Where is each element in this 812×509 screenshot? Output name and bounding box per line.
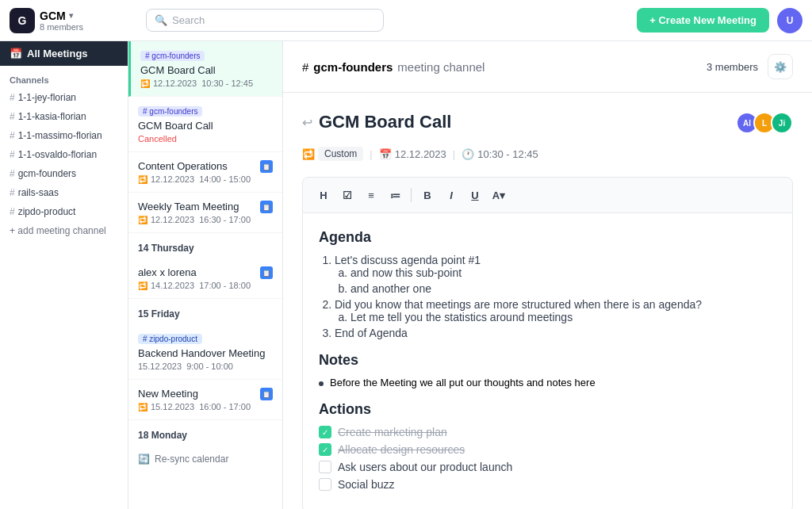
clock-icon: 🕐 [462, 148, 474, 160]
channel-header: # gcm-founders meeting channel 3 members… [283, 41, 812, 93]
channels-section-title: Channels [0, 66, 128, 88]
meeting-meta-row: 🔁 Custom | 📅 12.12.2023 | 🕐 10:30 - 12:4… [302, 147, 793, 161]
meeting-channel-tag: # gcm-founders [138, 106, 202, 117]
list-item: and another one [350, 282, 776, 295]
calendar-icon: 📋 [260, 201, 273, 213]
create-meeting-button[interactable]: + Create New Meeting [637, 8, 769, 33]
sub-list: and now this sub-point and another one [335, 266, 776, 295]
channel-title-area: # gcm-founders meeting channel [302, 60, 485, 74]
all-meetings-nav[interactable]: 📅 All Meetings [0, 41, 128, 66]
repeat-icon: 🔁 [138, 281, 147, 290]
date-header-friday: 15 Friday [128, 299, 282, 324]
calendar-icon: 📋 [260, 388, 273, 400]
app-name[interactable]: GCM ▾ [40, 10, 83, 22]
repeat-icon: 🔁 [138, 216, 147, 224]
user-avatar[interactable]: U [777, 8, 802, 33]
toolbar-underline-button[interactable]: U [464, 184, 486, 206]
meeting-card-new-meeting[interactable]: New Meeting 🔁 15.12.2023 16:00 - 17:00 📋 [128, 380, 282, 420]
hash-icon: # [10, 187, 15, 198]
reply-icon: ↩ [302, 115, 312, 130]
calendar-icon: 📋 [260, 266, 273, 279]
action-checkbox-unchecked[interactable] [319, 478, 331, 491]
channel-subtitle: meeting channel [397, 60, 485, 74]
toolbar-ordered-list-button[interactable]: ≔ [384, 184, 406, 206]
bullet-dot [319, 381, 324, 386]
hash-icon: # [10, 111, 15, 122]
action-item: ✓ Allocate design resources [319, 443, 776, 456]
cancelled-badge: Cancelled [138, 134, 273, 144]
meeting-card-gcm-board-call-active[interactable]: # gcm-founders GCM Board Call 🔁 12.12.20… [128, 41, 282, 97]
meeting-title: GCM Board Call [319, 112, 451, 132]
meeting-detail: ↩ GCM Board Call Al L Ji 🔁 Custom | 📅 12… [283, 93, 812, 509]
action-item: ✓ Create marketing plan [319, 426, 776, 438]
main-area: 📅 All Meetings Channels #1-1-jey-florian… [0, 41, 812, 509]
settings-button[interactable]: ⚙️ [768, 54, 793, 79]
meeting-card-backend-handover[interactable]: # zipdo-product Backend Handover Meeting… [128, 324, 282, 380]
meeting-card-weekly-team[interactable]: Weekly Team Meeting 🔁 12.12.2023 16:30 -… [128, 193, 282, 233]
toolbar-color-button[interactable]: A ▾ [488, 184, 510, 206]
list-item: Let me tell you the statistics around me… [350, 311, 776, 323]
repeat-icon: 🔁 [140, 79, 150, 88]
channel-name: gcm-founders [313, 60, 393, 74]
logo-text: GCM ▾ 8 members [40, 10, 83, 32]
search-input[interactable] [172, 14, 375, 26]
action-checkbox-checked[interactable]: ✓ [319, 443, 331, 456]
meeting-card-gcm-board-call-cancelled[interactable]: # gcm-founders GCM Board Call Cancelled [128, 97, 282, 152]
meeting-card-title: GCM Board Call [140, 64, 273, 76]
meta-date: 📅 12.12.2023 [379, 148, 446, 160]
channel-header-right: 3 members ⚙️ [707, 54, 793, 79]
toolbar-bold-button[interactable]: B [416, 184, 439, 206]
sidebar-item-1-1-osvaldo-florian[interactable]: #1-1-osvaldo-florian [0, 145, 128, 164]
meta-divider: | [370, 148, 372, 160]
meeting-card-meta: 🔁 12.12.2023 14:00 - 15:00 [138, 174, 251, 184]
repeat-icon: 🔁 [138, 403, 147, 411]
topbar-right: + Create New Meeting U [637, 8, 802, 33]
meeting-card-content-operations[interactable]: Content Operations 🔁 12.12.2023 14:00 - … [128, 152, 282, 193]
toolbar-list-button[interactable]: ≡ [360, 184, 382, 206]
topbar: G GCM ▾ 8 members 🔍 + Create New Meeting… [0, 0, 812, 41]
toolbar-checkbox-button[interactable]: ☑ [336, 184, 358, 206]
action-item: Social buzz [319, 478, 776, 491]
meeting-card-title: alex x lorena [138, 266, 251, 278]
date-header-monday: 18 Monday [128, 420, 282, 446]
editor-toolbar: H ☑ ≡ ≔ B I U A ▾ [302, 177, 793, 213]
editor-content[interactable]: Agenda Let's discuss agenda point #1 and… [302, 213, 793, 509]
calendar-icon: 📋 [260, 160, 273, 173]
toolbar-heading-button[interactable]: H [312, 184, 335, 206]
calendar-icon: 📅 [10, 48, 22, 59]
action-checkbox-checked[interactable]: ✓ [319, 426, 331, 438]
sidebar-item-rails-saas[interactable]: #rails-saas [0, 183, 128, 202]
agenda-list: Let's discuss agenda point #1 and now th… [319, 254, 776, 339]
list-item: Did you know that meetings are more stru… [335, 298, 776, 323]
editor-area: H ☑ ≡ ≔ B I U A ▾ Agenda Let's discuss a… [302, 177, 793, 509]
action-item: Ask users about our product launch [319, 461, 776, 473]
chevron-down-icon: ▾ [69, 11, 73, 20]
sidebar-item-zipdo-product[interactable]: #zipdo-product [0, 202, 128, 221]
hash-icon: # [10, 149, 15, 160]
meeting-channel-tag: # gcm-founders [140, 51, 205, 61]
meeting-card-meta: 🔁 12.12.2023 10:30 - 12:45 [140, 78, 273, 88]
resync-icon: 🔄 [138, 454, 150, 465]
add-channel-button[interactable]: + add meeting channel [0, 221, 128, 240]
meta-recurrence: 🔁 Custom [302, 147, 363, 161]
resync-calendar-button[interactable]: 🔄 Re-sync calendar [128, 446, 282, 473]
members-count: 3 members [707, 61, 758, 73]
sidebar-item-1-1-massimo-florian[interactable]: #1-1-massimo-florian [0, 126, 128, 145]
list-item: Let's discuss agenda point #1 and now th… [335, 254, 776, 295]
meeting-card-meta: 🔁 12.12.2023 16:30 - 17:00 [138, 215, 251, 224]
meeting-card-alex-lorena[interactable]: alex x lorena 🔁 14.12.2023 17:00 - 18:00… [128, 258, 282, 299]
search-bar[interactable]: 🔍 [146, 9, 384, 32]
sidebar-item-gcm-founders[interactable]: #gcm-founders [0, 164, 128, 183]
notes-item: Before the Meeting we all put our though… [319, 377, 776, 388]
action-checkbox-unchecked[interactable] [319, 461, 331, 473]
list-item: End of Agenda [335, 327, 776, 339]
hash-icon: # [10, 92, 15, 103]
meeting-card-title: New Meeting [138, 388, 251, 400]
sidebar-item-1-1-kasia-florian[interactable]: #1-1-kasia-florian [0, 107, 128, 126]
meeting-card-meta: 🔁 15.12.2023 16:00 - 17:00 [138, 402, 251, 411]
repeat-icon: 🔁 [138, 175, 147, 184]
sub-list: Let me tell you the statistics around me… [335, 311, 776, 323]
toolbar-italic-button[interactable]: I [440, 184, 462, 206]
sidebar-item-1-1-jey-florian[interactable]: #1-1-jey-florian [0, 88, 128, 107]
hash-icon: # [302, 60, 308, 74]
